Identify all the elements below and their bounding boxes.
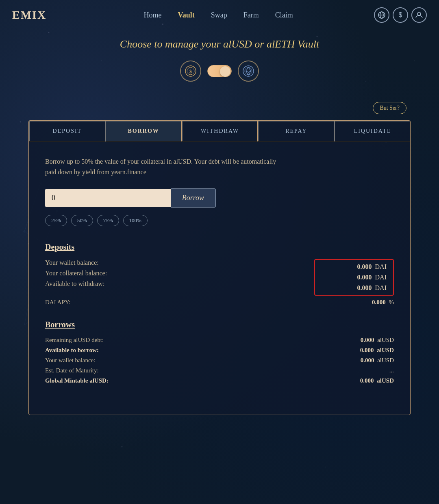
nav-links: Home Vault Swap Farm Claim <box>67 11 370 19</box>
globe-icon-button[interactable] <box>374 7 389 23</box>
global-mintable-amount: 0.000 <box>360 377 374 384</box>
nav-swap[interactable]: Swap <box>211 11 227 19</box>
borrow-wallet-amount: 0.000 <box>361 357 374 363</box>
global-mintable-row: Global Mintable alUSD: 0.000 alUSD <box>45 377 394 384</box>
svg-point-14 <box>122 446 123 448</box>
remaining-debt-value: 0.000 alUSD <box>329 337 394 344</box>
deposits-section: Deposits Your wallet balance: Your colla… <box>45 242 394 306</box>
collateral-balance-unit: DAI <box>375 274 387 281</box>
wallet-balance-label: Your wallet balance: <box>45 259 107 266</box>
deposits-title: Deposits <box>45 242 394 252</box>
nav-icons: $ <box>374 7 427 23</box>
borrow-input-row: Borrow <box>45 188 216 208</box>
nav-vault[interactable]: Vault <box>178 11 194 19</box>
but-ser-button[interactable]: But Ser? <box>373 102 406 114</box>
logo: EMIX <box>12 9 46 22</box>
hero-title: Choose to manage your alUSD or alETH Vau… <box>0 38 439 50</box>
svg-text:$: $ <box>189 69 192 74</box>
svg-point-34 <box>417 12 421 15</box>
dai-apy-row: DAI APY: 0.000 % <box>45 299 394 306</box>
remaining-debt-label: Remaining alUSD debt: <box>45 337 104 344</box>
tab-deposit[interactable]: DEPOSIT <box>29 121 105 142</box>
user-icon-button[interactable] <box>411 7 427 23</box>
wallet-balance-value: 0.000 DAI <box>322 263 387 270</box>
tab-withdraw[interactable]: WITHDRAW <box>182 121 258 142</box>
global-mintable-value: 0.000 alUSD <box>329 377 394 384</box>
available-borrow-unit-text: alUSD <box>377 347 394 353</box>
maturity-date-value: ... <box>329 367 394 374</box>
tab-borrow[interactable]: BORROW <box>105 121 182 142</box>
borrow-wallet-balance-value: 0.000 alUSD <box>329 357 394 364</box>
tab-liquidate[interactable]: LIQUIDATE <box>334 121 410 142</box>
aleth-icon[interactable] <box>238 61 259 82</box>
available-withdraw-unit: DAI <box>375 284 387 291</box>
alusd-icon[interactable]: $ <box>180 61 201 82</box>
available-borrow-value: 0.000 alUSD <box>329 347 394 354</box>
nav-claim[interactable]: Claim <box>275 11 293 19</box>
tab-repay[interactable]: REPAY <box>258 121 334 142</box>
borrow-amount-input[interactable] <box>45 189 171 207</box>
wallet-balance-amount: 0.000 <box>357 263 372 270</box>
borrows-section: Borrows Remaining alUSD debt: 0.000 alUS… <box>45 320 394 384</box>
available-withdraw-label: Available to withdraw: <box>45 280 107 288</box>
available-borrow-amount: 0.000 <box>360 347 374 353</box>
dollar-icon: $ <box>399 11 402 19</box>
borrow-wallet-balance-row: Your wallet balance: 0.000 alUSD <box>45 357 394 364</box>
available-borrow-label: Available to borrow: <box>45 347 99 354</box>
tabs-bar: DEPOSIT BORROW WITHDRAW REPAY LIQUIDATE <box>29 121 410 142</box>
maturity-date-label: Est. Date of Maturity: <box>45 367 99 374</box>
maturity-date-row: Est. Date of Maturity: ... <box>45 367 394 374</box>
deposits-row-group: Your wallet balance: Your collateral bal… <box>45 259 394 296</box>
global-mintable-label: Global Mintable alUSD: <box>45 377 109 384</box>
vault-toggle: $ <box>0 61 439 82</box>
but-ser-container: But Ser? <box>0 102 439 120</box>
pct-buttons-group: 25% 50% 75% 100% <box>45 215 394 226</box>
available-withdraw-amount: 0.000 <box>357 284 372 291</box>
deposits-labels: Your wallet balance: Your collateral bal… <box>45 259 107 296</box>
dai-apy-label: DAI APY: <box>45 299 70 306</box>
dai-apy-amount: 0.000 <box>372 299 386 305</box>
deposits-values-box: 0.000 DAI 0.000 DAI 0.000 DAI <box>314 259 394 296</box>
global-mintable-unit-text: alUSD <box>377 377 394 384</box>
hero-section: Choose to manage your alUSD or alETH Vau… <box>0 30 439 102</box>
dai-apy-value: 0.000 % <box>329 299 394 306</box>
borrow-description: Borrow up to 50% the value of your colla… <box>45 156 281 177</box>
collateral-balance-value: 0.000 DAI <box>322 274 387 281</box>
pct-75-button[interactable]: 75% <box>97 215 119 226</box>
borrow-wallet-unit-text: alUSD <box>377 357 394 363</box>
dollar-icon-button[interactable]: $ <box>393 7 408 23</box>
pct-50-button[interactable]: 50% <box>71 215 93 226</box>
collateral-balance-amount: 0.000 <box>357 274 372 281</box>
borrow-button[interactable]: Borrow <box>171 188 216 208</box>
vault-toggle-switch[interactable] <box>207 65 232 77</box>
remaining-debt-amount: 0.000 <box>361 337 374 343</box>
pct-25-button[interactable]: 25% <box>45 215 67 226</box>
borrows-title: Borrows <box>45 320 394 329</box>
available-withdraw-value: 0.000 DAI <box>322 284 387 292</box>
toggle-knob <box>220 66 230 77</box>
svg-point-15 <box>325 467 326 467</box>
remaining-debt-row: Remaining alUSD debt: 0.000 alUSD <box>45 337 394 344</box>
nav-home[interactable]: Home <box>143 11 161 19</box>
wallet-balance-unit: DAI <box>375 263 387 270</box>
card-body: Borrow up to 50% the value of your colla… <box>29 142 410 415</box>
available-borrow-row: Available to borrow: 0.000 alUSD <box>45 347 394 354</box>
dai-apy-pct: % <box>389 299 394 305</box>
remaining-debt-unit-text: alUSD <box>377 337 394 343</box>
borrow-wallet-balance-label: Your wallet balance: <box>45 357 95 364</box>
main-card: DEPOSIT BORROW WITHDRAW REPAY LIQUIDATE … <box>28 120 411 415</box>
pct-100-button[interactable]: 100% <box>123 215 148 226</box>
collateral-balance-label: Your collateral balance: <box>45 270 107 277</box>
nav-farm[interactable]: Farm <box>243 11 259 19</box>
